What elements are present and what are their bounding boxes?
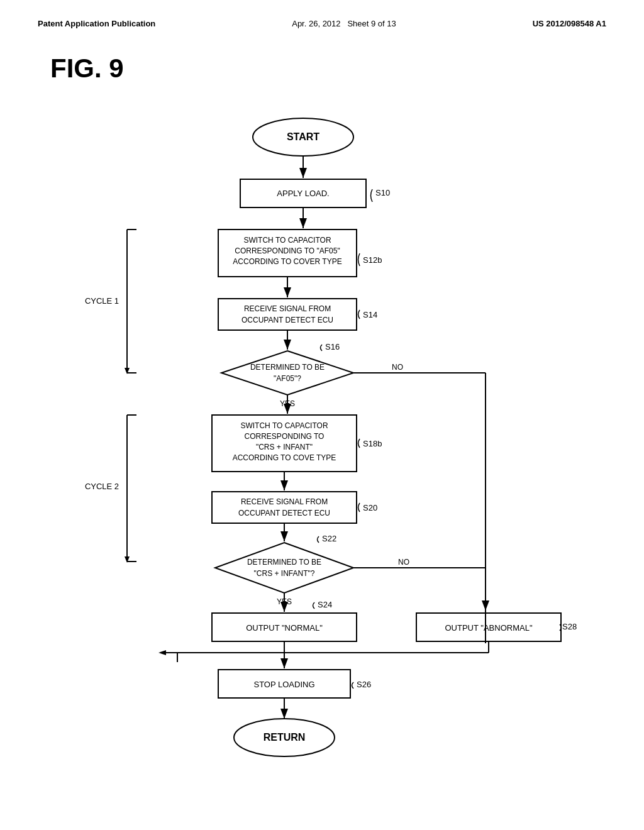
s18b-label1: SWITCH TO CAPACITOR: [240, 421, 328, 430]
s12b-label2: CORRESPONDING TO "AF05": [235, 246, 340, 255]
s12b-label1: SWITCH TO CAPACITOR: [243, 236, 331, 245]
s14-label1: RECEIVE SIGNAL FROM: [244, 304, 331, 313]
s14-ref: S14: [363, 310, 377, 319]
start-label: START: [287, 131, 319, 142]
s18b-label3: "CRS + INFANT": [256, 443, 313, 451]
cycle1-label: CYCLE 1: [85, 296, 119, 306]
s16-d2: "AF05"?: [274, 374, 301, 383]
s22-d1: DETERMINED TO BE: [247, 558, 321, 567]
svg-rect-24: [212, 492, 357, 523]
flowchart-diagram: START APPLY LOAD. S10 CYCLE 1: [52, 102, 592, 797]
s26-ref: S26: [357, 680, 371, 689]
svg-marker-38: [158, 650, 166, 655]
s10-ref: S10: [375, 188, 390, 197]
s22-d2: "CRS + INFANT"?: [254, 569, 315, 578]
header-date: Apr. 26, 2012: [292, 19, 340, 28]
header-sheet: Sheet 9 of 13: [347, 19, 396, 28]
s18b-label4: ACCORDING TO COVE TYPE: [233, 453, 336, 462]
stop-loading-label: STOP LOADING: [253, 680, 314, 689]
header-center: Apr. 26, 2012 Sheet 9 of 13: [292, 19, 396, 28]
svg-rect-12: [218, 299, 357, 330]
s20-label1: RECEIVE SIGNAL FROM: [241, 497, 328, 506]
flowchart-svg: START APPLY LOAD. S10 CYCLE 1: [52, 102, 592, 794]
header-right: US 2012/098548 A1: [533, 19, 606, 28]
header-left: Patent Application Publication: [38, 19, 155, 28]
s24-ref: S24: [318, 600, 332, 609]
s12b-ref: S12b: [363, 255, 382, 265]
s16-ref: S16: [325, 342, 340, 351]
s24-label: OUTPUT "NORMAL": [246, 623, 323, 633]
svg-marker-26: [215, 543, 353, 593]
s18b-ref: S18b: [363, 439, 382, 448]
s10-label: APPLY LOAD.: [277, 189, 329, 198]
no1-label: NO: [392, 363, 403, 372]
s20-ref: S20: [363, 503, 377, 512]
s28-label: OUTPUT "ABNORMAL": [445, 623, 532, 633]
s14-label2: OCCUPANT DETECT ECU: [242, 316, 333, 324]
s28-ref: S28: [562, 622, 577, 631]
page: Patent Application Publication Apr. 26, …: [0, 0, 644, 830]
return-label: RETURN: [264, 732, 306, 743]
s18b-label2: CORRESPONDING TO: [245, 432, 325, 441]
s12b-label3: ACCORDING TO COVER TYPE: [233, 257, 341, 266]
s20-label2: OCCUPANT DETECT ECU: [238, 509, 330, 517]
cycle2-label: CYCLE 2: [85, 482, 119, 491]
s22-ref: S22: [322, 534, 336, 543]
s16-d1: DETERMINED TO BE: [250, 363, 325, 372]
svg-marker-14: [221, 351, 353, 395]
no2-label: NO: [398, 558, 409, 567]
page-header: Patent Application Publication Apr. 26, …: [38, 19, 606, 28]
fig-title: FIG. 9: [50, 53, 606, 84]
